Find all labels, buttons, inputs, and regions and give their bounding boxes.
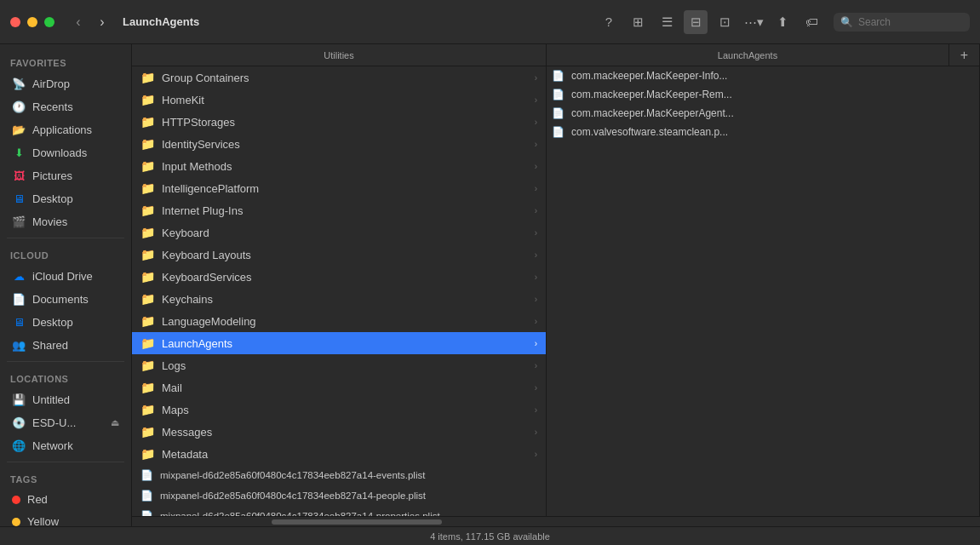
list-item[interactable]: 📁 Logs › <box>132 354 546 376</box>
sidebar-item-tag-red[interactable]: Red <box>3 489 128 510</box>
zoom-button[interactable] <box>44 17 54 27</box>
sidebar-item-airdrop[interactable]: 📡 AirDrop <box>3 72 128 95</box>
list-item[interactable]: 📁 HomeKit › <box>132 89 546 111</box>
gallery-view-button[interactable]: ⊡ <box>713 10 736 34</box>
search-box: 🔍 <box>834 13 970 32</box>
folder-icon: 📁 <box>140 137 155 151</box>
help-button[interactable]: ? <box>597 10 621 34</box>
list-item[interactable]: 📁 Keyboard Layouts › <box>132 244 546 266</box>
sidebar-label-airdrop: AirDrop <box>32 77 70 90</box>
eject-icon[interactable]: ⏏ <box>111 417 119 428</box>
sidebar-item-recents[interactable]: 🕐 Recents <box>3 95 128 118</box>
column-view-button[interactable]: ⊟ <box>684 10 708 34</box>
title-bar: ‹ › LaunchAgents ? ⊞ ☰ ⊟ ⊡ ⋯▾ ⬆ 🏷 🔍 <box>0 0 980 44</box>
tag-red-dot <box>12 496 20 504</box>
pictures-icon: 🖼 <box>12 169 26 182</box>
launchagents-header-label: LaunchAgents <box>718 50 777 60</box>
forward-button[interactable]: › <box>92 12 112 32</box>
chevron-right-icon: › <box>535 184 537 193</box>
list-item-selected[interactable]: 📁 LaunchAgents › <box>132 332 546 354</box>
list-item[interactable]: 📁 LanguageModeling › <box>132 310 546 332</box>
plist-name: com.mackeeper.MacKeeper-Info... <box>571 70 727 82</box>
list-item[interactable]: 📁 Keyboard › <box>132 221 546 244</box>
list-item[interactable]: 📁 Input Methods › <box>132 155 546 177</box>
list-item[interactable]: 📁 Keychains › <box>132 288 546 310</box>
favorites-header: Favorites <box>0 51 131 72</box>
desktop-icon: 🖥 <box>12 192 26 205</box>
chevron-right-icon: › <box>535 317 537 326</box>
horizontal-scrollbar[interactable] <box>272 519 442 525</box>
grid-view-button[interactable]: ⊞ <box>626 10 650 34</box>
sidebar-item-icloud-drive[interactable]: ☁ iCloud Drive <box>3 265 128 287</box>
list-item[interactable]: 📁 Mail › <box>132 376 546 399</box>
sidebar-item-untitled[interactable]: 💾 Untitled <box>3 388 128 410</box>
chevron-right-icon: › <box>535 383 537 393</box>
list-view-button[interactable]: ☰ <box>655 10 679 34</box>
downloads-icon: ⬇ <box>12 146 26 159</box>
network-icon: 🌐 <box>12 439 26 452</box>
close-button[interactable] <box>10 17 20 27</box>
sidebar-item-desktop[interactable]: 🖥 Desktop <box>3 187 128 209</box>
sidebar-item-esd[interactable]: 💿 ESD-U... ⏏ <box>3 411 128 433</box>
list-item[interactable]: 📄 com.valvesoftware.steamclean.p... <box>547 123 979 141</box>
sidebar-item-applications[interactable]: 📂 Applications <box>3 118 128 141</box>
applications-icon: 📂 <box>12 123 26 136</box>
sidebar-item-shared[interactable]: 👥 Shared <box>3 334 128 356</box>
chevron-right-icon: › <box>535 140 537 149</box>
plist-name: com.mackeeper.MacKeeper-Rem... <box>571 89 732 100</box>
plist-file-icon: 📄 <box>552 126 565 138</box>
folder-icon: 📁 <box>140 71 155 84</box>
locations-header: Locations <box>0 367 131 387</box>
search-icon: 🔍 <box>840 16 853 28</box>
minimize-button[interactable] <box>27 17 37 27</box>
folder-icon: 📁 <box>140 425 155 439</box>
sidebar-label-pictures: Pictures <box>32 169 72 182</box>
list-item[interactable]: 📁 KeyboardServices › <box>132 266 546 288</box>
folder-icon: 📁 <box>140 204 155 217</box>
list-item[interactable]: 📁 HTTPStorages › <box>132 111 546 133</box>
action-menu-button[interactable]: ⋯▾ <box>742 10 765 34</box>
list-item[interactable]: 📁 Maps › <box>132 399 546 421</box>
list-item[interactable]: 📄 mixpanel-d6d2e85a60f0480c4c17834eeb827… <box>132 465 546 485</box>
sidebar-item-pictures[interactable]: 🖼 Pictures <box>3 164 128 186</box>
search-input[interactable] <box>858 16 963 28</box>
nav-buttons: ‹ › <box>68 12 112 32</box>
sidebar-item-desktop-icloud[interactable]: 🖥 Desktop <box>3 311 128 333</box>
chevron-right-icon: › <box>535 339 537 348</box>
sidebar-label-desktop: Desktop <box>32 192 73 205</box>
recents-icon: 🕐 <box>12 100 26 113</box>
utilities-header-label: Utilities <box>324 50 353 60</box>
list-item[interactable]: 📄 com.mackeeper.MacKeeperAgent... <box>547 104 979 123</box>
sidebar-item-movies[interactable]: 🎬 Movies <box>3 210 128 232</box>
sidebar-label-recents: Recents <box>32 100 73 113</box>
share-button[interactable]: ⬆ <box>771 10 794 34</box>
folder-icon: 📁 <box>140 248 155 261</box>
list-item[interactable]: 📄 mixpanel-d6d2e85a60f0480c4c17834eeb827… <box>132 506 546 516</box>
sidebar-label-untitled: Untitled <box>32 393 70 406</box>
folder-icon: 📁 <box>140 292 155 306</box>
sidebar-item-network[interactable]: 🌐 Network <box>3 434 128 456</box>
traffic-lights <box>10 17 54 27</box>
list-item[interactable]: 📁 Metadata › <box>132 443 546 465</box>
sidebar-item-tag-yellow[interactable]: Yellow <box>3 511 128 526</box>
list-item[interactable]: 📁 Internet Plug-Ins › <box>132 199 546 221</box>
column-view: Utilities LaunchAgents + 📁 Group Contain… <box>132 44 980 526</box>
list-item[interactable]: 📁 IdentityServices › <box>132 133 546 155</box>
add-column-button[interactable]: + <box>949 44 980 66</box>
sidebar-label-esd: ESD-U... <box>32 416 76 429</box>
back-button[interactable]: ‹ <box>68 12 89 32</box>
list-item[interactable]: 📁 IntelligencePlatform › <box>132 177 546 199</box>
list-item[interactable]: 📄 com.mackeeper.MacKeeper-Rem... <box>547 85 979 104</box>
tag-button[interactable]: 🏷 <box>799 10 823 34</box>
list-item[interactable]: 📄 mixpanel-d6d2e85a60f0480c4c17834eeb827… <box>132 485 546 506</box>
folder-icon: 📁 <box>140 314 155 328</box>
sidebar-label-tag-yellow: Yellow <box>27 515 59 526</box>
sidebar-item-documents[interactable]: 📄 Documents <box>3 288 128 310</box>
esd-icon: 💿 <box>12 416 26 429</box>
list-item[interactable]: 📁 Group Containers › <box>132 66 546 89</box>
list-item[interactable]: 📄 com.mackeeper.MacKeeper-Info... <box>547 66 979 85</box>
folder-icon: 📁 <box>140 359 155 372</box>
list-item[interactable]: 📁 Messages › <box>132 421 546 443</box>
chevron-right-icon: › <box>535 73 537 83</box>
sidebar-item-downloads[interactable]: ⬇ Downloads <box>3 141 128 164</box>
